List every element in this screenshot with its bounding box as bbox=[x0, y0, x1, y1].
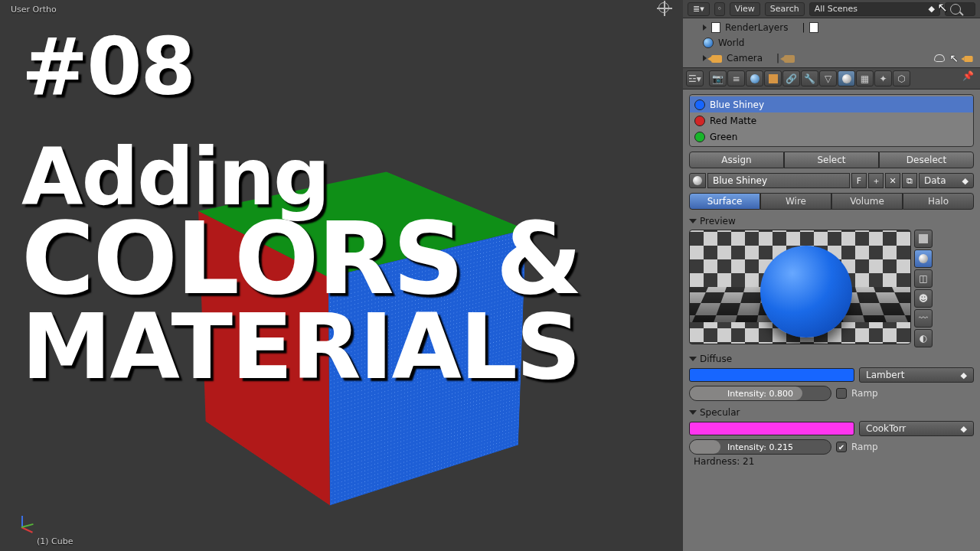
material-slot-name: Blue Shiney bbox=[710, 99, 764, 110]
diffuse-intensity-slider[interactable]: Intensity: 0.800 bbox=[689, 386, 831, 401]
material-slot-2[interactable]: Green bbox=[690, 129, 973, 145]
world-icon bbox=[703, 37, 714, 48]
material-slot-list[interactable]: Blue ShineyRed MatteGreen bbox=[689, 94, 974, 147]
material-slot-name: Green bbox=[710, 132, 737, 142]
material-type-wire[interactable]: Wire bbox=[760, 193, 831, 210]
preview-type-sphere[interactable] bbox=[914, 249, 933, 268]
outliner-search-field[interactable] bbox=[945, 2, 975, 16]
specular-color-swatch[interactable] bbox=[689, 422, 854, 435]
specular-shader-dropdown[interactable]: CookTorr◆ bbox=[859, 421, 974, 436]
new-material-button[interactable]: ＋ bbox=[868, 173, 884, 188]
material-type-surface[interactable]: Surface bbox=[689, 193, 760, 210]
material-color-icon bbox=[694, 116, 705, 126]
material-name-field[interactable]: Blue Shiney bbox=[707, 173, 850, 188]
properties-context-tabs: ☲▾ 📷 ≡ 🔗 🔧 ▽ ▦ ✦ ⬡ 📌 bbox=[683, 67, 980, 90]
specular-ramp-label: Ramp bbox=[851, 442, 878, 452]
specular-section-header[interactable]: Specular bbox=[689, 407, 974, 418]
context-data[interactable]: ▽ bbox=[819, 70, 837, 86]
specular-intensity-slider[interactable]: Intensity: 0.215 bbox=[689, 439, 831, 455]
outliner-item-world[interactable]: World bbox=[689, 35, 974, 51]
overlay-line4: MATERIALS bbox=[21, 305, 581, 389]
overlay-line1: #08 bbox=[21, 31, 581, 104]
overlay-line3: COLORS & bbox=[21, 214, 581, 305]
context-world[interactable] bbox=[746, 70, 763, 86]
preview-type-flat[interactable] bbox=[914, 230, 933, 248]
diffuse-shader-dropdown[interactable]: Lambert◆ bbox=[859, 367, 974, 383]
disclosure-icon[interactable] bbox=[703, 24, 707, 31]
material-slot-0[interactable]: Blue Shiney bbox=[690, 96, 973, 112]
specular-ramp-checkbox[interactable] bbox=[836, 442, 847, 452]
material-type-halo[interactable]: Halo bbox=[903, 193, 974, 210]
editor-type-button[interactable]: ≣▾ bbox=[688, 2, 710, 16]
camera-icon bbox=[711, 55, 722, 63]
disclosure-icon[interactable] bbox=[689, 219, 697, 223]
disclosure-icon[interactable] bbox=[703, 55, 707, 61]
outliner-search-menu[interactable]: Search bbox=[765, 2, 805, 16]
outliner-item-renderlayers[interactable]: RenderLayers | bbox=[689, 20, 974, 35]
search-icon bbox=[950, 4, 961, 15]
context-particles[interactable]: ✦ bbox=[874, 70, 892, 86]
context-constraints[interactable]: 🔗 bbox=[782, 70, 800, 86]
editor-type-button-2[interactable]: ☲▾ bbox=[686, 70, 704, 86]
material-link-dropdown[interactable]: Data◆ bbox=[919, 173, 974, 188]
preview-type-cube[interactable]: ◫ bbox=[914, 269, 933, 288]
disclosure-icon[interactable] bbox=[689, 410, 697, 415]
outliner-view-menu[interactable]: View bbox=[730, 2, 760, 16]
disclosure-icon[interactable] bbox=[689, 357, 697, 361]
outliner-tree[interactable]: RenderLayers | World Camera | ↖ bbox=[683, 18, 980, 67]
assign-material-button[interactable]: Assign bbox=[689, 152, 784, 168]
context-object[interactable] bbox=[764, 70, 782, 86]
unlink-material-button[interactable]: ✕ bbox=[885, 173, 900, 188]
preview-type-sky[interactable]: ◐ bbox=[914, 329, 933, 347]
material-type-volume[interactable]: Volume bbox=[831, 193, 903, 210]
active-object-label: (1) Cube bbox=[37, 536, 73, 546]
material-browse-button[interactable] bbox=[689, 173, 706, 188]
context-material[interactable] bbox=[838, 70, 855, 86]
viewport-3d[interactable]: User Ortho #08 Adding COLORS & MATERIALS… bbox=[0, 0, 683, 551]
view-reticle-icon bbox=[658, 2, 669, 13]
renderlayers-icon bbox=[711, 22, 720, 33]
camera-data-icon bbox=[784, 55, 795, 63]
material-slot-1[interactable]: Red Matte bbox=[690, 112, 973, 129]
deselect-material-button[interactable]: Deselect bbox=[879, 152, 974, 168]
pin-icon[interactable]: 📌 bbox=[962, 70, 974, 81]
scene-filter-dropdown[interactable]: All Scenes◆ bbox=[809, 2, 940, 16]
preview-section-header[interactable]: Preview bbox=[689, 216, 974, 227]
view-orientation-label: User Ortho bbox=[11, 5, 57, 15]
outliner-header: ≣▾ ◦ View Search All Scenes◆ bbox=[683, 0, 980, 18]
context-modifiers[interactable]: 🔧 bbox=[801, 70, 818, 86]
material-color-icon bbox=[694, 132, 705, 142]
diffuse-ramp-checkbox[interactable] bbox=[836, 388, 847, 399]
diffuse-color-swatch[interactable] bbox=[689, 368, 854, 382]
select-material-button[interactable]: Select bbox=[784, 152, 879, 168]
preview-type-hair[interactable]: 〰 bbox=[914, 309, 933, 328]
context-scene[interactable]: ≡ bbox=[727, 70, 745, 86]
outliner-item-camera[interactable]: Camera | ↖ bbox=[689, 51, 974, 66]
axis-gizmo bbox=[11, 514, 34, 537]
properties-panel: ≣▾ ◦ View Search All Scenes◆ RenderLayer… bbox=[683, 0, 980, 551]
cursor-icon[interactable]: ↖ bbox=[949, 52, 959, 64]
node-editor-button[interactable]: ⧉ bbox=[902, 173, 917, 188]
diffuse-ramp-label: Ramp bbox=[851, 388, 878, 399]
material-preview bbox=[689, 230, 911, 344]
context-render[interactable]: 📷 bbox=[709, 70, 727, 86]
restrict-toggle-icon[interactable]: ◦ bbox=[714, 2, 725, 16]
preview-type-monkey[interactable]: ☻ bbox=[914, 289, 933, 308]
context-texture[interactable]: ▦ bbox=[856, 70, 874, 86]
diffuse-section-header[interactable]: Diffuse bbox=[689, 354, 974, 364]
context-physics[interactable]: ⬡ bbox=[893, 70, 910, 86]
renderlayer-child-icon bbox=[809, 22, 818, 33]
render-cam-icon[interactable] bbox=[964, 56, 972, 62]
material-slot-name: Red Matte bbox=[710, 116, 756, 126]
overlay-title: #08 Adding COLORS & MATERIALS bbox=[21, 31, 581, 388]
fake-user-button[interactable]: F bbox=[851, 173, 867, 188]
material-color-icon bbox=[694, 99, 705, 110]
visibility-eye-icon[interactable] bbox=[934, 54, 945, 62]
